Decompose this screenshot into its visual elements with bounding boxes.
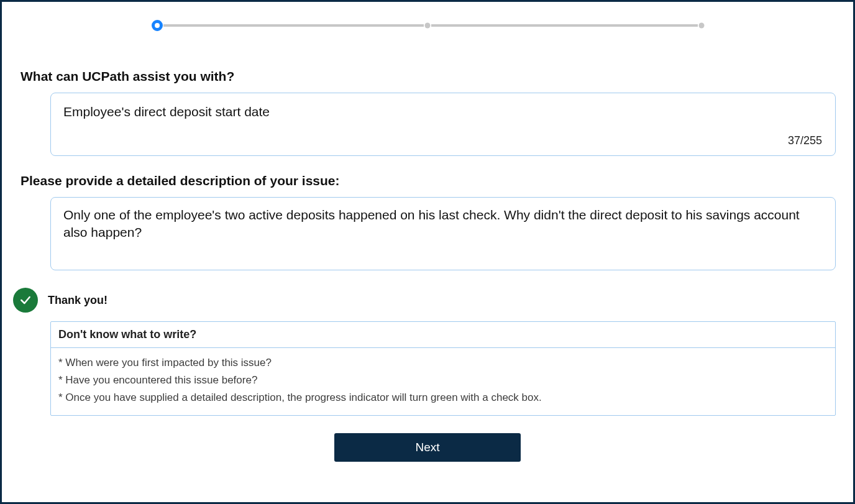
hint-line: * Once you have supplied a detailed desc… <box>58 389 828 406</box>
progress-step-2 <box>425 23 431 29</box>
description-field-block: Please provide a detailed description of… <box>19 173 836 270</box>
progress-step-1-active <box>152 20 163 31</box>
subject-input[interactable]: Employee's direct deposit start date <box>50 93 836 156</box>
progress-track-segment <box>163 24 424 27</box>
thank-you-row: Thank you! <box>13 288 836 313</box>
progress-indicator <box>150 19 705 32</box>
description-input[interactable]: Only one of the employee's two active de… <box>50 197 836 270</box>
subject-label: What can UCPath assist you with? <box>21 69 836 84</box>
subject-char-counter: 37/255 <box>788 134 822 147</box>
progress-track-segment <box>431 24 698 27</box>
progress-step-3 <box>699 23 705 29</box>
hint-body: * When were you first impacted by this i… <box>51 348 835 415</box>
thank-you-text: Thank you! <box>48 294 107 307</box>
hint-header: Don't know what to write? <box>51 322 835 348</box>
hint-panel: Don't know what to write? * When were yo… <box>50 321 836 416</box>
hint-line: * When were you first impacted by this i… <box>58 354 828 372</box>
description-label: Please provide a detailed description of… <box>21 173 836 188</box>
footer-actions: Next <box>19 433 836 462</box>
hint-line: * Have you encountered this issue before… <box>58 372 828 389</box>
checkmark-icon <box>13 288 38 313</box>
subject-field-block: What can UCPath assist you with? Employe… <box>19 69 836 156</box>
next-button[interactable]: Next <box>334 433 521 462</box>
